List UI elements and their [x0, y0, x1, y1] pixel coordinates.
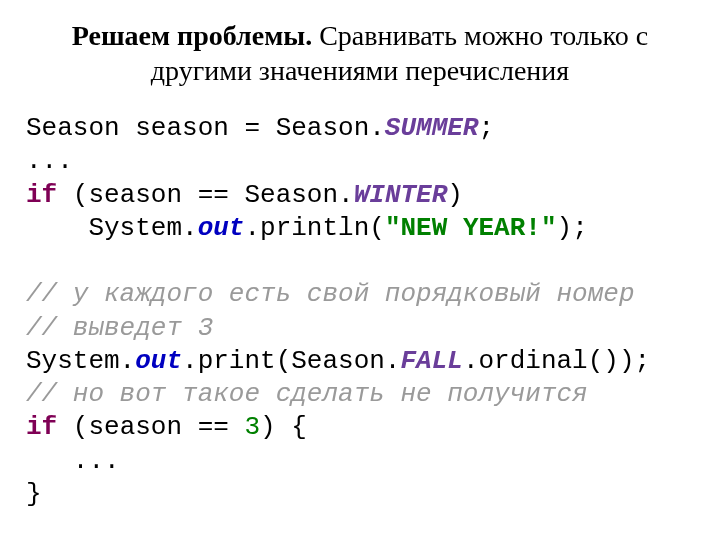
code-line-11: ... — [26, 446, 120, 476]
code-text: ); — [557, 213, 588, 243]
code-line-4: System.out.println("NEW YEAR!"); — [26, 213, 588, 243]
static-field: out — [135, 346, 182, 376]
code-line-10: if (season == 3) { — [26, 412, 307, 442]
enum-const: SUMMER — [385, 113, 479, 143]
code-line-1: Season season = Season.SUMMER; — [26, 113, 494, 143]
static-field: out — [198, 213, 245, 243]
code-line-2: ... — [26, 146, 73, 176]
title-bold: Решаем проблемы. — [72, 20, 312, 51]
code-text: (season == — [57, 412, 244, 442]
enum-const: WINTER — [354, 180, 448, 210]
keyword: if — [26, 412, 57, 442]
code-line-8: System.out.print(Season.FALL.ordinal()); — [26, 346, 650, 376]
number-literal: 3 — [244, 412, 260, 442]
code-line-9: // но вот такое сделать не получится — [26, 379, 588, 409]
slide: Решаем проблемы. Сравнивать можно только… — [0, 0, 720, 540]
code-text: .ordinal()); — [463, 346, 650, 376]
code-line-3: if (season == Season.WINTER) — [26, 180, 463, 210]
code-line-6: // у каждого есть свой порядковый номер — [26, 279, 635, 309]
slide-title: Решаем проблемы. Сравнивать можно только… — [26, 18, 694, 88]
code-text: (season == Season. — [57, 180, 353, 210]
code-text: System. — [26, 346, 135, 376]
code-line-7: // выведет 3 — [26, 313, 213, 343]
code-text: .print(Season. — [182, 346, 400, 376]
code-text: System. — [26, 213, 198, 243]
keyword: if — [26, 180, 57, 210]
code-line-12: } — [26, 479, 42, 509]
code-text: ) — [447, 180, 463, 210]
code-text: ; — [478, 113, 494, 143]
code-block: Season season = Season.SUMMER; ... if (s… — [26, 112, 694, 511]
enum-const: FALL — [400, 346, 462, 376]
code-text: Season season = Season. — [26, 113, 385, 143]
code-text: ) { — [260, 412, 307, 442]
string-literal: "NEW YEAR!" — [385, 213, 557, 243]
code-text: .println( — [244, 213, 384, 243]
